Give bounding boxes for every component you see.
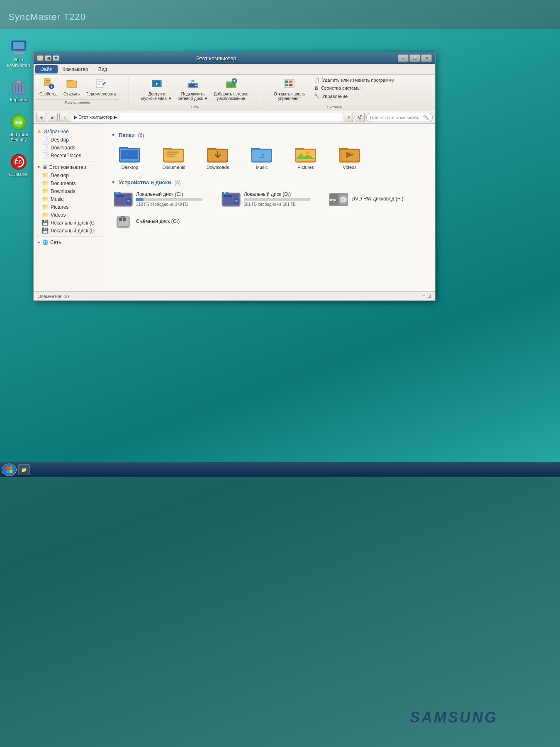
svg-rect-48 <box>121 150 138 159</box>
sidebar-item-label: Pictures <box>51 204 68 210</box>
sidebar-item-pictures[interactable]: 📁 Pictures <box>34 203 106 211</box>
sidebar-network-header[interactable]: ► 🌐 Сеть <box>34 238 106 247</box>
sidebar-item-music[interactable]: 📁 Music <box>34 195 106 203</box>
desktop-icon-ccleaner[interactable]: CC CCleaner <box>7 152 30 179</box>
folder-item-pictures[interactable]: Pictures <box>287 142 324 173</box>
ribbon-btn-manage[interactable]: 🔧 Управление <box>311 93 397 100</box>
folder-item-downloads[interactable]: Downloads <box>199 142 236 173</box>
sidebar-favorites-header[interactable]: ★ Избранное <box>34 127 106 136</box>
device-item-dvd[interactable]: DVD DVD RW дисковод (F:) <box>326 190 430 208</box>
device-d-bar-bg <box>244 198 310 201</box>
folder-item-music[interactable]: ♫ Music <box>243 142 280 173</box>
ribbon-btn-manage-label: Управление <box>322 94 348 99</box>
svg-text:C: C <box>116 192 118 195</box>
ribbon-btn-add-location[interactable]: Добавить сетевоерасположение <box>211 76 251 102</box>
sidebar-item-desktop[interactable]: 📁 Desktop <box>34 171 106 179</box>
search-box[interactable]: Поиск: Этот компьютер 🔍 <box>366 113 433 122</box>
sidebar-item-recent-fav[interactable]: 📄 RecentPlaces <box>34 151 106 159</box>
ribbon-btn-network-drive[interactable]: Подключитьсетевой диск ▼ <box>175 76 211 102</box>
folder-item-desktop[interactable]: Desktop <box>111 142 149 173</box>
device-c-info: Локальный диск (C:) 312 ГБ свободно из 3… <box>136 191 212 207</box>
sidebar-item-documents[interactable]: 📁 Documents <box>34 179 106 187</box>
device-item-c[interactable]: C Локальный диск (C:) 312 ГБ свободно из… <box>111 190 215 208</box>
sidebar-item-downloads-fav[interactable]: 📄 Downloads <box>34 144 106 151</box>
desktop-icon-360-security[interactable]: 360 360 Total Security <box>2 112 35 144</box>
svg-rect-3 <box>14 52 24 54</box>
ribbon-btn-rename[interactable]: Переименовать <box>83 76 118 98</box>
title-icon-1[interactable]: 📁 <box>37 55 44 61</box>
ribbon-btn-media-label: Доступ кмультимедиа ▼ <box>141 92 172 101</box>
title-icon-2[interactable]: ◀ <box>45 55 51 61</box>
window-title: Этот компьютер <box>59 55 398 61</box>
sidebar-item-disk-c[interactable]: 💾 Локальный диск (C <box>34 219 106 227</box>
sidebar-item-label: Documents <box>51 181 76 186</box>
forward-button[interactable]: ► <box>48 113 58 122</box>
address-dropdown[interactable]: ▼ <box>345 113 353 122</box>
star-icon: ★ <box>37 128 42 134</box>
back-button[interactable]: ◄ <box>36 113 46 122</box>
sidebar-item-desktop-fav[interactable]: 📄 Desktop <box>34 136 106 144</box>
ribbon: i Свойства Открыть <box>34 75 435 111</box>
menu-item-view[interactable]: Вид <box>93 65 112 73</box>
title-icon-3[interactable]: ▼ <box>53 55 59 61</box>
sidebar-item-downloads[interactable]: 📁 Downloads <box>34 187 106 195</box>
status-items-count: Элементов: 10 <box>38 294 69 299</box>
view-icon-2[interactable]: ⊞ <box>427 293 431 299</box>
sidebar-item-disk-d[interactable]: 💾 Локальный диск (D <box>34 227 106 234</box>
ribbon-group-label-location: Расположение <box>37 99 119 105</box>
start-button[interactable] <box>2 464 17 476</box>
svg-rect-41 <box>285 81 288 83</box>
menu-item-file[interactable]: Файл <box>35 65 58 73</box>
folder-item-documents[interactable]: Documents <box>155 142 192 173</box>
sidebar-item-label: Downloads <box>51 188 75 194</box>
svg-point-81 <box>235 200 238 202</box>
open-icon <box>66 78 78 91</box>
ribbon-btn-properties[interactable]: i Свойства <box>37 76 60 98</box>
disk-icon: 💾 <box>42 227 49 234</box>
device-d-name: Локальный диск (D:) <box>244 191 320 197</box>
ribbon-btn-media[interactable]: Доступ кмультимедиа ▼ <box>139 76 175 102</box>
sidebar-separator-1 <box>37 161 102 161</box>
sidebar-item-videos[interactable]: 📁 Videos <box>34 211 106 219</box>
taskbar-item-explorer[interactable]: 📁 <box>18 464 30 475</box>
menu-item-computer[interactable]: Компьютер <box>58 65 93 73</box>
desktop-icon-recycle-bin[interactable]: Корзина <box>8 77 29 104</box>
maximize-button[interactable]: □ <box>409 54 420 62</box>
svg-text:D: D <box>224 192 226 195</box>
svg-text:♫: ♫ <box>259 151 265 160</box>
sidebar-item-label: RecentPlaces <box>51 153 81 159</box>
address-path[interactable]: ▶ Этот компьютер ▶ <box>71 113 343 122</box>
devices-arrow-icon: ▼ <box>111 180 115 185</box>
desktop-icon-my-computer[interactable]: Этот компьютер <box>2 37 35 70</box>
sidebar-item-label: Desktop <box>51 173 69 178</box>
device-item-removable[interactable]: Съёмный диск (G:) <box>111 212 215 231</box>
sidebar-network-label: Сеть <box>50 239 61 245</box>
desktop-icon-label-ccleaner: CCleaner <box>9 172 28 177</box>
refresh-button[interactable]: ↺ <box>355 113 365 122</box>
sidebar-item-label: Videos <box>51 212 66 218</box>
ribbon-group-label-network: Сеть <box>139 104 251 109</box>
device-item-d[interactable]: D Локальный диск (D:) 581 ГБ свободно из… <box>219 190 323 208</box>
minimize-button[interactable]: – <box>398 54 409 62</box>
up-button[interactable]: ↑ <box>59 113 69 122</box>
removable-icon <box>114 214 132 229</box>
ribbon-btn-sys-props[interactable]: 🖥 Свойства системы <box>311 85 397 91</box>
search-placeholder: Поиск: Этот компьютер <box>370 115 419 120</box>
folder-downloads-icon <box>207 145 229 163</box>
manage-icon: 🔧 <box>314 93 320 99</box>
view-icon-1[interactable]: ≡ <box>423 293 426 299</box>
media-icon <box>151 78 163 91</box>
close-button[interactable]: ✕ <box>421 54 432 62</box>
sidebar-computer-header[interactable]: ▼ 🖥 Этот компьютер <box>34 163 106 171</box>
svg-text:360: 360 <box>15 120 22 125</box>
ribbon-btn-uninstall[interactable]: 📋 Удалить или изменить программу <box>311 76 397 83</box>
folder-item-videos[interactable]: Videos <box>331 142 368 173</box>
ribbon-btn-open[interactable]: Открыть <box>61 76 82 98</box>
svg-rect-53 <box>166 154 177 155</box>
sidebar-item-label: Desktop <box>51 137 69 143</box>
svg-rect-52 <box>166 151 179 153</box>
network-icon: 🌐 <box>42 239 49 245</box>
rename-icon <box>95 78 107 91</box>
ribbon-btn-sys-props-label: Свойства системы <box>321 85 360 90</box>
ribbon-btn-control-panel[interactable]: Открыть панельуправления <box>271 76 307 102</box>
